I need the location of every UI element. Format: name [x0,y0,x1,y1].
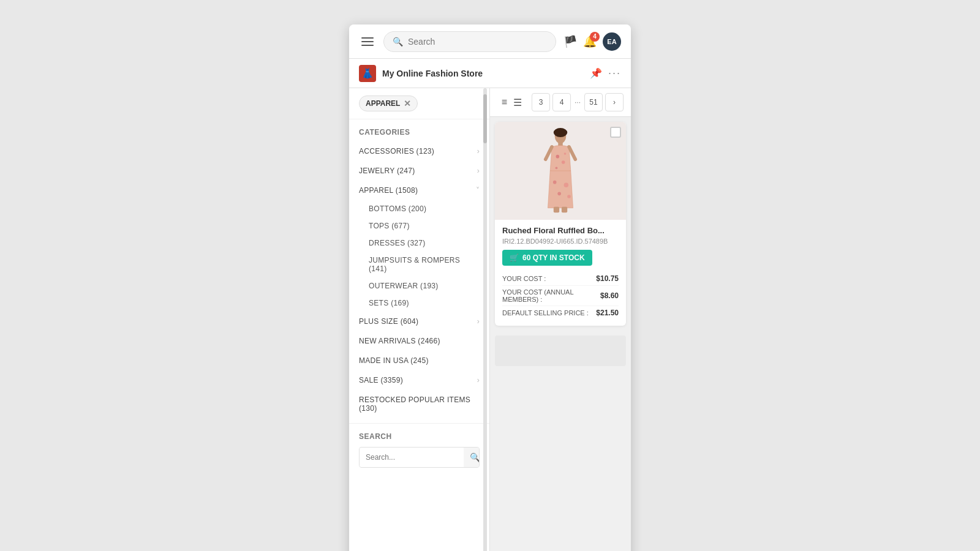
chevron-right-icon: › [477,376,480,384]
category-label: NEW ARRIVALS (2466) [359,337,480,345]
category-item-new-arrivals[interactable]: NEW ARRIVALS (2466) [349,331,489,351]
more-icon[interactable]: ··· [608,67,621,80]
stock-label: 60 QTY IN STOCK [522,253,585,262]
category-label: ACCESSORIES (123) [359,147,477,156]
sidebar-search-button[interactable]: 🔍 [464,448,480,467]
category-label: JEWELRY (247) [359,167,477,175]
page-3-button[interactable]: 3 [532,93,550,111]
category-item-accessories[interactable]: ACCESSORIES (123) › [349,141,489,161]
subcategory-label: BOTTOMS (200) [369,204,426,213]
annual-cost-label: YOUR COST (ANNUAL MEMBERS) : [502,288,600,303]
annual-cost-row: YOUR COST (ANNUAL MEMBERS) : $8.60 [502,286,619,306]
store-header: 👗 My Online Fashion Store 📌 ··· [349,59,631,88]
product-info: Ruched Floral Ruffled Bo... IRI2.12.BD04… [495,220,626,326]
next-page-button[interactable]: › [605,93,624,111]
store-icon: 👗 [359,65,376,82]
filter-chip-label: APPAREL [366,99,400,108]
svg-point-11 [557,192,561,196]
page-4-button[interactable]: 4 [552,93,571,111]
annual-cost-value: $8.60 [600,291,619,300]
layout-toggle: ≡ ☰ [500,96,523,110]
bell-wrapper: 🔔 4 [583,35,597,48]
default-price-value: $21.50 [596,309,619,317]
search-section-header: SEARCH [359,432,480,441]
subcategory-label: JUMPSUITS & ROMPERS (141) [369,256,480,273]
list-view-icon[interactable]: ≡ [500,96,508,110]
cart-icon: 🛒 [510,253,519,262]
sidebar-search-input[interactable] [360,448,464,467]
chevron-right-icon: › [477,317,480,326]
category-item-restocked[interactable]: RESTOCKED POPULAR ITEMS (130) [349,390,489,418]
apparel-subcategories: BOTTOMS (200) TOPS (677) DRESSES (327) J… [349,200,489,312]
product-image-area [495,122,626,220]
scrollbar[interactable] [483,88,487,551]
product-image [536,128,585,214]
svg-point-6 [562,160,565,164]
subcategory-tops[interactable]: TOPS (677) [356,217,489,234]
svg-point-7 [556,167,558,169]
chevron-right-icon: › [477,167,480,175]
category-label: RESTOCKED POPULAR ITEMS (130) [359,395,480,413]
subcategory-label: TOPS (677) [369,222,410,230]
category-item-plus-size[interactable]: PLUS SIZE (604) › [349,312,489,331]
chevron-right-icon: › [477,147,480,156]
nav-icons: 🏴 🔔 4 EA [564,32,621,51]
product-title: Ruched Floral Ruffled Bo... [502,226,619,235]
chip-close-icon[interactable]: ✕ [404,99,411,108]
search-icon: 🔍 [393,37,403,47]
pagination-bar: ≡ ☰ 3 4 ··· 51 › [490,88,631,117]
notification-badge: 4 [590,32,600,42]
subcategory-label: SETS (169) [369,299,409,307]
right-panel: ≡ ☰ 3 4 ··· 51 › [490,88,631,551]
sidebar: APPAREL ✕ CATEGORIES ACCESSORIES (123) ›… [349,88,490,551]
subcategory-outerwear[interactable]: OUTERWEAR (193) [356,277,489,294]
product-card: Ruched Floral Ruffled Bo... IRI2.12.BD04… [495,122,626,326]
your-cost-label: YOUR COST : [502,275,546,282]
subcategory-sets[interactable]: SETS (169) [356,294,489,312]
avatar[interactable]: EA [603,32,621,51]
product-checkbox[interactable] [610,127,621,138]
subcategory-bottoms[interactable]: BOTTOMS (200) [356,200,489,217]
app-container: 🔍 🏴 🔔 4 EA 👗 My Online Fashion Store 📌 ·… [349,24,631,551]
top-nav: 🔍 🏴 🔔 4 EA [349,24,631,59]
product-sku: IRI2.12.BD04992-UI665.ID.57489B [502,238,619,245]
sidebar-search-wrap: 🔍 [359,447,480,468]
svg-point-8 [564,152,567,155]
store-name: My Online Fashion Store [382,69,584,78]
category-label: PLUS SIZE (604) [359,317,477,326]
categories-section-header: CATEGORIES [349,119,489,141]
svg-point-5 [556,155,560,159]
subcategory-label: OUTERWEAR (193) [369,282,439,290]
page-51-button[interactable]: 51 [584,93,603,111]
pin-icon[interactable]: 📌 [590,67,602,79]
hamburger-icon[interactable] [359,35,376,48]
category-item-made-in-usa[interactable]: MADE IN USA (245) [349,351,489,370]
your-cost-value: $10.75 [596,274,619,283]
subcategory-label: DRESSES (327) [369,239,426,247]
svg-point-1 [554,128,567,137]
category-label: SALE (3359) [359,376,477,384]
scroll-thumb [483,94,487,143]
subcategory-dresses[interactable]: DRESSES (327) [356,234,489,252]
stock-button[interactable]: 🛒 60 QTY IN STOCK [502,250,592,266]
product-list: Ruched Floral Ruffled Bo... IRI2.12.BD04… [490,117,631,371]
search-bar: 🔍 [383,31,556,52]
category-item-apparel[interactable]: APPAREL (1508) ˅ [349,181,489,200]
sidebar-search-section: SEARCH 🔍 [349,423,489,476]
category-label: APPAREL (1508) [359,186,476,195]
active-filter-chip[interactable]: APPAREL ✕ [359,96,418,111]
grid-view-icon[interactable]: ☰ [512,96,523,110]
subcategory-jumpsuits[interactable]: JUMPSUITS & ROMPERS (141) [356,252,489,277]
default-price-row: DEFAULT SELLING PRICE : $21.50 [502,306,619,320]
flag-icon[interactable]: 🏴 [564,35,577,48]
main-search-input[interactable] [408,37,547,47]
svg-rect-4 [562,207,567,212]
next-product-card-placeholder [495,335,626,366]
category-item-sale[interactable]: SALE (3359) › [349,370,489,390]
your-cost-row: YOUR COST : $10.75 [502,272,619,286]
svg-point-10 [564,183,568,187]
svg-point-12 [567,195,571,198]
category-item-jewelry[interactable]: JEWELRY (247) › [349,161,489,181]
chevron-down-icon: ˅ [476,186,480,195]
filter-chip-area: APPAREL ✕ [349,88,489,119]
